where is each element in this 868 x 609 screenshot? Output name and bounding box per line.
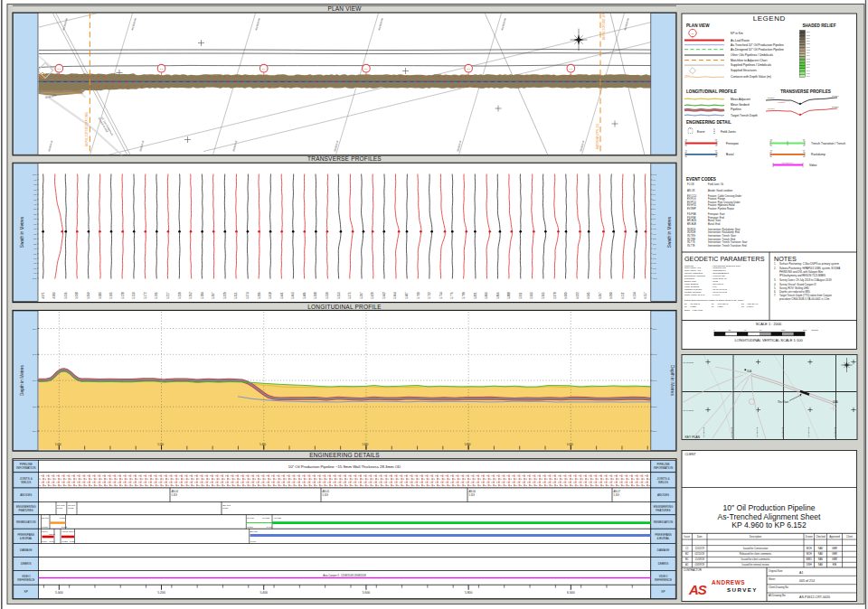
svg-text:SURVEY: SURVEY [727, 586, 758, 593]
svg-text:5.001: 5.001 [42, 540, 48, 543]
svg-text:B1: B1 [685, 557, 689, 561]
svg-text:5.575: 5.575 [348, 292, 352, 298]
svg-text:6.000: 6.000 [564, 292, 568, 298]
svg-text:KP 4.960 to KP 6.152: KP 4.960 to KP 6.152 [731, 520, 807, 529]
svg-text:A1: A1 [685, 563, 689, 567]
svg-text:70.3: 70.3 [423, 75, 428, 78]
svg-text:02/10/18: 02/10/18 [695, 552, 705, 556]
svg-text:5.351: 5.351 [234, 292, 238, 298]
svg-text:TRANSVERSE PROFILES: TRANSVERSE PROFILES [307, 155, 382, 162]
svg-text:PLAN VIEW: PLAN VIEW [327, 5, 362, 12]
svg-text:5.060: 5.060 [250, 540, 257, 543]
svg-text:6.112: 6.112 [621, 292, 625, 298]
svg-text:ULA: ULA [747, 370, 751, 373]
svg-text:Original Size:: Original Size: [769, 569, 783, 573]
svg-text:70.2: 70.2 [269, 86, 274, 89]
svg-text:5.012: 5.012 [61, 526, 68, 529]
svg-text:70.2: 70.2 [212, 74, 217, 77]
svg-text:5.843: 5.843 [485, 292, 488, 298]
svg-text:12/02/19: 12/02/19 [695, 547, 705, 550]
svg-text:Field Joints: Field Joints [721, 130, 736, 134]
svg-text:NAV: NAV [818, 552, 824, 556]
svg-text:5.6: 5.6 [364, 68, 368, 70]
svg-text:MCH: MCH [807, 547, 812, 550]
svg-text:Video: Video [809, 164, 817, 167]
svg-text:BR-BUE: BR-BUE [687, 222, 696, 226]
svg-text:5.000: 5.000 [55, 591, 63, 595]
svg-text:5.083: 5.083 [99, 292, 102, 298]
svg-text:AN-05: AN-05 [323, 490, 330, 493]
svg-text:6.0: 6.0 [570, 68, 573, 70]
svg-text:5.0: 5.0 [58, 68, 61, 70]
svg-text:Feature: Cable Crossing Under: Feature: Cable Crossing Under [708, 194, 741, 198]
svg-text:Depth in Metres: Depth in Metres [670, 365, 675, 396]
svg-text:Field Joint: Ok: Field Joint: Ok [708, 183, 724, 186]
svg-text:5.441: 5.441 [280, 292, 284, 298]
svg-text:Asia Canyon 3 : 12/08/2018-13/: Asia Canyon 3 : 12/08/2018-13/08/2018 [323, 574, 366, 577]
svg-text:B2: B2 [685, 552, 689, 556]
svg-text:-10.5: -10.5 [32, 277, 37, 279]
svg-text:Issued for Construction: Issued for Construction [743, 547, 769, 550]
svg-text:AS-P4612-CRT-0019 (KP 4.960): AS-P4612-CRT-0019 (KP 4.960) [85, 112, 89, 146]
svg-text:Issued for client comments: Issued for client comments [741, 557, 771, 561]
svg-text:Drawn: Drawn [806, 535, 813, 539]
svg-text:70.3: 70.3 [468, 86, 473, 89]
svg-text:Burial: End: Burial: End [708, 222, 721, 226]
svg-text:As-Trenched Alignment Sheet: As-Trenched Alignment Sheet [718, 512, 821, 521]
svg-text:FS-03: FS-03 [62, 530, 69, 533]
svg-text:KEY PLAN: KEY PLAN [685, 436, 701, 439]
svg-text:5.800: 5.800 [465, 443, 471, 446]
svg-text:LONGITUDINAL PROFILE: LONGITUDINAL PROFILE [686, 89, 737, 94]
svg-text:Mean Seabed: Mean Seabed [731, 103, 750, 107]
svg-text:5.463: 5.463 [291, 292, 295, 298]
svg-text:UDA: UDA [833, 400, 838, 404]
svg-text:Product: Product [778, 101, 785, 103]
svg-text:As-Laid Route: As-Laid Route [731, 39, 750, 42]
svg-text:5.597: 5.597 [360, 292, 363, 298]
svg-text:: 0.9996: : 0.9996 [712, 294, 721, 296]
svg-text:5.239: 5.239 [178, 292, 182, 298]
svg-text:FS-FSE: FS-FSE [687, 216, 696, 220]
svg-text:70.3: 70.3 [550, 86, 554, 89]
svg-text:5.374: 5.374 [246, 292, 250, 298]
svg-text:AN-07: AN-07 [614, 490, 621, 493]
svg-text:5.000: 5.000 [55, 443, 61, 446]
svg-text:Asia Canyon 3: Asia Canyon 3 [781, 162, 794, 164]
svg-text:Freespan: Start: Freespan: Start [708, 212, 725, 216]
svg-text:Contours with Depth Value (m): Contours with Depth Value (m) [731, 75, 771, 79]
svg-text:54°44′00″E: 54°44′00″E [834, 426, 835, 437]
svg-text:5.732: 5.732 [428, 292, 431, 298]
svg-text:5.319: 5.319 [172, 493, 178, 497]
svg-text:C1: C1 [685, 547, 689, 550]
svg-text:5.319: 5.319 [323, 493, 329, 497]
svg-text:Intervention: Rockdump: Start: Intervention: Rockdump: Start [708, 228, 741, 231]
svg-text:ANDREWS: ANDREWS [712, 579, 745, 586]
svg-text:5.911: 5.911 [519, 292, 523, 298]
svg-text:Swath in Metres: Swath in Metres [667, 216, 672, 248]
svg-text:Subsea Positioning: HiPAP501 U: Subsea Positioning: HiPAP501 USBL system… [779, 267, 840, 270]
svg-text:INFORMATION: INFORMATION [654, 466, 673, 470]
svg-text:5.8: 5.8 [467, 68, 470, 70]
svg-text:DEBRIS: DEBRIS [658, 562, 669, 566]
svg-text:5.530: 5.530 [326, 292, 329, 298]
svg-text:5.036: 5.036 [60, 517, 66, 520]
svg-text:DAMAGE: DAMAGE [20, 548, 32, 552]
svg-text:Supplied Pipelines / Umbilical: Supplied Pipelines / Umbilicals [731, 63, 771, 67]
svg-text:Date: Date [697, 535, 703, 539]
svg-text:5.620: 5.620 [371, 292, 374, 298]
svg-text:CONTRACTOR: CONTRACTOR [684, 568, 702, 572]
svg-text:54°44′00″E: 54°44′00″E [703, 426, 704, 437]
svg-text:TRANSVERSE PROFILES: TRANSVERSE PROFILES [780, 89, 831, 94]
svg-text:MCH: MCH [807, 552, 812, 556]
svg-text:KP in Km: KP in Km [731, 32, 743, 35]
svg-text:Client Drawing No:: Client Drawing No: [769, 586, 789, 589]
svg-text:IN-TTE: IN-TTE [687, 244, 695, 248]
svg-text:5.508: 5.508 [314, 292, 317, 298]
svg-text:Matchline to Adjacent Chart: Matchline to Adjacent Chart [731, 59, 767, 62]
svg-text:Trench Transition / Trench: Trench Transition / Trench [811, 142, 845, 145]
svg-text:IN-TTS: IN-TTS [247, 517, 254, 520]
svg-text:1.: 1. [774, 262, 777, 266]
svg-text:AS Drawing No:: AS Drawing No: [769, 594, 786, 597]
svg-text:FS-04: FS-04 [69, 530, 75, 533]
svg-text:5.128: 5.128 [121, 292, 125, 298]
